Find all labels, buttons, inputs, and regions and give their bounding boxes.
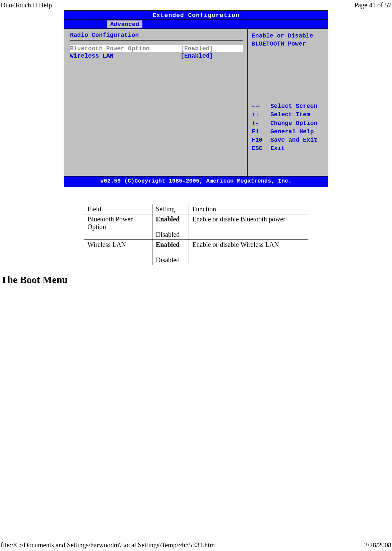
bios-title: Extended Configuration (64, 11, 328, 20)
bios-menu-bar: Advanced (64, 20, 328, 28)
menu-item-advanced[interactable]: Advanced (107, 20, 142, 28)
header-right: Page 41 of 57 (354, 1, 391, 9)
setting-disabled: Disabled (156, 231, 180, 238)
section-heading-boot-menu: The Boot Menu (1, 274, 392, 285)
bios-screenshot-wrap: Extended Configuration Advanced Radio Co… (52, 10, 340, 187)
key-plusminus: +- (252, 119, 270, 127)
bios-panel: Extended Configuration Advanced Radio Co… (64, 10, 328, 187)
bios-footer: v02.59 (C)Copyright 1985-2005, American … (64, 176, 328, 187)
menu-spacer (64, 20, 107, 28)
th-field: Field (84, 204, 152, 214)
divider (70, 40, 243, 41)
option-value: [Enabled] (181, 45, 213, 52)
cell-setting: Enabled Disabled (152, 214, 189, 239)
cell-field: Wireless LAN (84, 239, 152, 265)
hint-select-screen: Select Screen (270, 102, 317, 110)
cell-setting: Enabled Disabled (152, 239, 189, 265)
table-row: Bluetooth Power Option Enabled Disabled … (84, 214, 308, 239)
help-line-1: Enable or Disable (252, 32, 325, 40)
hint-general-help: General Help (270, 128, 314, 136)
th-function: Function (189, 204, 308, 214)
option-bluetooth-power[interactable]: Bluetooth Power Option [Enabled] (70, 45, 243, 52)
header-left: Duo-Touch II Help (1, 1, 52, 9)
cell-function: Enable or disable Bluetooth power (189, 214, 308, 239)
cell-function: Enable or disable Wireless LAN (189, 239, 308, 265)
bios-section-title: Radio Configuration (70, 32, 243, 39)
key-f10: F10 (252, 136, 270, 144)
option-label: Wireless LAN (70, 53, 181, 59)
help-line-2: BLUETOOTH Power (252, 40, 325, 48)
setting-enabled: Enabled (156, 241, 180, 248)
arrows-left-right-icon (252, 102, 270, 110)
page-header: Duo-Touch II Help Page 41 of 57 (0, 0, 392, 10)
setting-enabled: Enabled (156, 215, 180, 223)
key-hints: Select Screen Select Item +- Change Opti… (252, 102, 325, 173)
arrows-up-down-icon (252, 111, 270, 119)
bios-left-panel: Radio Configuration Bluetooth Power Opti… (64, 29, 248, 176)
hint-change-option: Change Option (270, 119, 317, 127)
cell-field: Bluetooth Power Option (84, 214, 152, 239)
bios-help-panel: Enable or Disable BLUETOOTH Power Select… (248, 29, 328, 176)
setting-disabled: Disabled (156, 256, 180, 264)
key-f1: F1 (252, 128, 270, 136)
table-header-row: Field Setting Function (84, 204, 308, 214)
key-esc: ESC (252, 144, 270, 152)
option-label: Bluetooth Power Option (70, 45, 181, 52)
option-wireless-lan[interactable]: Wireless LAN [Enabled] (70, 53, 243, 59)
th-setting: Setting (152, 204, 189, 214)
hint-exit: Exit (270, 144, 285, 152)
bios-body: Radio Configuration Bluetooth Power Opti… (64, 28, 328, 176)
table-row: Wireless LAN Enabled Disabled Enable or … (84, 239, 308, 265)
blank-space (0, 285, 392, 540)
settings-table: Field Setting Function Bluetooth Power O… (84, 204, 308, 265)
hint-save-exit: Save and Exit (270, 136, 317, 144)
help-text: Enable or Disable BLUETOOTH Power (252, 32, 325, 102)
option-value: [Enabled] (181, 53, 213, 59)
hint-select-item: Select Item (270, 111, 310, 119)
